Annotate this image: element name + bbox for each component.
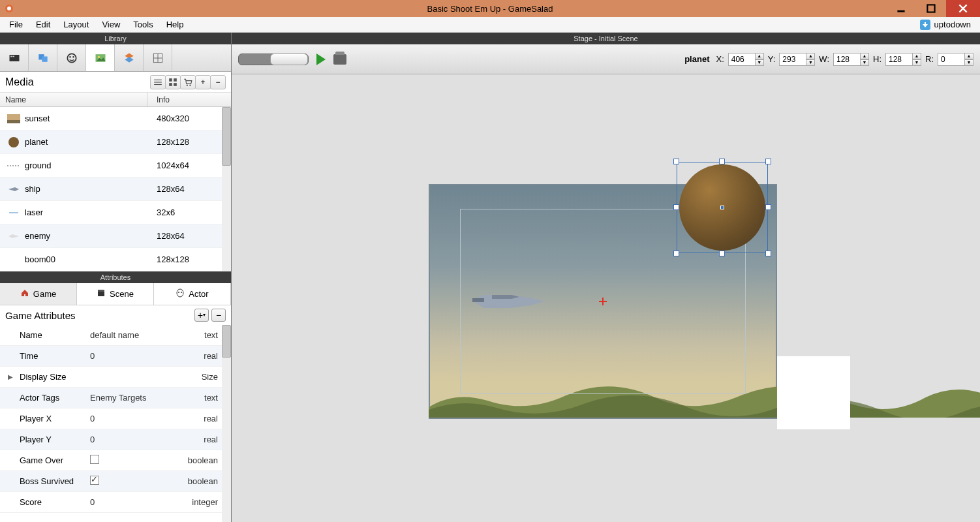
media-shop-icon[interactable] bbox=[180, 75, 196, 89]
lib-tab-actors[interactable] bbox=[29, 44, 57, 71]
attr-row[interactable]: Actor TagsEnemy Targetstext bbox=[0, 388, 231, 408]
attr-remove-button[interactable]: − bbox=[211, 309, 226, 322]
svg-rect-33 bbox=[98, 290, 104, 292]
planet-actor-selected[interactable] bbox=[677, 162, 768, 253]
expand-icon[interactable]: ▶ bbox=[8, 373, 20, 380]
center-crosshair-icon bbox=[599, 298, 607, 305]
maximize-button[interactable] bbox=[916, 0, 946, 17]
attr-row[interactable]: Player Y0real bbox=[0, 429, 231, 450]
media-column-headers: Name Info bbox=[0, 93, 231, 107]
attr-row[interactable]: ▶Display SizeSize bbox=[0, 367, 231, 388]
menu-help[interactable]: Help bbox=[160, 18, 191, 31]
resize-handle[interactable] bbox=[673, 204, 679, 210]
attr-row[interactable]: Player X0real bbox=[0, 408, 231, 429]
svg-rect-2 bbox=[897, 10, 904, 12]
media-scrollbar[interactable] bbox=[222, 107, 231, 271]
checkbox-on[interactable] bbox=[90, 476, 99, 485]
lib-tab-media[interactable] bbox=[86, 44, 115, 71]
svg-point-14 bbox=[97, 55, 99, 57]
media-col-info[interactable]: Info bbox=[147, 93, 231, 106]
close-button[interactable] bbox=[946, 0, 980, 17]
media-remove-button[interactable]: − bbox=[210, 75, 226, 89]
resize-handle[interactable] bbox=[673, 251, 679, 256]
lib-tab-tables[interactable] bbox=[115, 44, 144, 71]
tab-game[interactable]: Game bbox=[0, 283, 77, 305]
resize-handle[interactable] bbox=[765, 159, 771, 164]
attr-row[interactable]: Game Overboolean bbox=[0, 450, 231, 471]
svg-rect-32 bbox=[98, 292, 104, 296]
attr-row[interactable]: Namedefault nametext bbox=[0, 325, 231, 346]
tab-actor[interactable]: Actor bbox=[154, 283, 231, 305]
checkbox-off[interactable] bbox=[90, 455, 99, 464]
attr-row[interactable]: Boss Survivedboolean bbox=[0, 471, 231, 492]
attr-scrollbar[interactable] bbox=[222, 325, 231, 522]
ground-icon bbox=[7, 160, 21, 172]
media-row[interactable]: ship 128x64 bbox=[0, 177, 231, 201]
laser-icon bbox=[7, 207, 21, 219]
attributes-section-head: Game Attributes +▾ − bbox=[0, 305, 231, 325]
svg-rect-21 bbox=[169, 78, 172, 82]
enemy-icon bbox=[7, 230, 21, 242]
svg-point-26 bbox=[189, 84, 191, 85]
svg-point-25 bbox=[187, 84, 188, 85]
svg-point-11 bbox=[69, 56, 71, 58]
menu-layout[interactable]: Layout bbox=[57, 18, 95, 31]
ship-actor[interactable] bbox=[466, 287, 549, 313]
lib-tab-grid[interactable] bbox=[144, 44, 172, 71]
scene-bounds[interactable] bbox=[429, 184, 777, 419]
attr-row[interactable]: Time0real bbox=[0, 346, 231, 367]
attributes-tabs: Game Scene Actor bbox=[0, 283, 231, 305]
resize-handle[interactable] bbox=[765, 204, 771, 210]
attributes-list: Namedefault nametext Time0real ▶Display … bbox=[0, 325, 231, 522]
resize-handle[interactable] bbox=[719, 159, 725, 164]
attr-add-button[interactable]: +▾ bbox=[194, 309, 209, 322]
selection-name: planet bbox=[684, 54, 709, 64]
media-view-grid-icon[interactable] bbox=[165, 75, 181, 89]
placeholder-actor[interactable] bbox=[777, 356, 850, 429]
h-input[interactable]: ▲▼ bbox=[885, 53, 921, 66]
media-row[interactable]: laser 32x6 bbox=[0, 201, 231, 224]
media-col-name[interactable]: Name bbox=[0, 93, 147, 106]
zoom-slider[interactable] bbox=[238, 54, 309, 65]
menu-edit[interactable]: Edit bbox=[29, 18, 57, 31]
r-input[interactable]: ▲▼ bbox=[938, 53, 973, 66]
svg-rect-6 bbox=[10, 55, 12, 57]
tab-scene[interactable]: Scene bbox=[77, 283, 154, 305]
minimize-button[interactable] bbox=[886, 0, 916, 17]
menu-view[interactable]: View bbox=[95, 18, 127, 31]
resize-handle[interactable] bbox=[765, 251, 771, 256]
planet-icon bbox=[7, 136, 21, 148]
resize-handle[interactable] bbox=[673, 159, 679, 164]
media-row[interactable]: planet 128x128 bbox=[0, 130, 231, 154]
media-row[interactable]: sunset 480x320 bbox=[0, 107, 231, 130]
play-button[interactable] bbox=[316, 54, 326, 65]
w-input[interactable]: ▲▼ bbox=[833, 53, 869, 66]
svg-point-29 bbox=[8, 137, 19, 147]
media-add-button[interactable]: + bbox=[195, 75, 211, 89]
svg-point-34 bbox=[177, 289, 183, 297]
h-label: H: bbox=[873, 54, 881, 64]
svg-rect-5 bbox=[9, 55, 19, 61]
stage-canvas[interactable] bbox=[232, 74, 980, 522]
selection-center-icon[interactable] bbox=[720, 206, 724, 209]
svg-point-36 bbox=[181, 292, 182, 293]
lib-tab-scenes[interactable] bbox=[0, 44, 29, 71]
home-icon bbox=[20, 288, 29, 299]
media-row[interactable]: boom00 128x128 bbox=[0, 248, 231, 271]
menu-tools[interactable]: Tools bbox=[127, 18, 159, 31]
menu-file[interactable]: File bbox=[3, 18, 29, 31]
svg-rect-9 bbox=[42, 56, 47, 61]
x-input[interactable]: ▲▼ bbox=[728, 53, 764, 66]
media-row[interactable]: enemy 128x64 bbox=[0, 224, 231, 248]
svg-point-12 bbox=[72, 56, 74, 58]
attr-row[interactable]: Score0integer bbox=[0, 492, 231, 513]
window-titlebar: Basic Shoot Em Up - GameSalad bbox=[0, 0, 980, 17]
lib-tab-behaviors[interactable] bbox=[57, 44, 86, 71]
toolbox-icon[interactable] bbox=[333, 54, 346, 65]
resize-handle[interactable] bbox=[719, 251, 725, 256]
clapper-icon bbox=[97, 288, 106, 299]
media-view-list-icon[interactable] bbox=[150, 75, 166, 89]
y-input[interactable]: ▲▼ bbox=[779, 53, 815, 66]
media-row[interactable]: ground 1024x64 bbox=[0, 154, 231, 177]
svg-rect-37 bbox=[472, 298, 484, 302]
